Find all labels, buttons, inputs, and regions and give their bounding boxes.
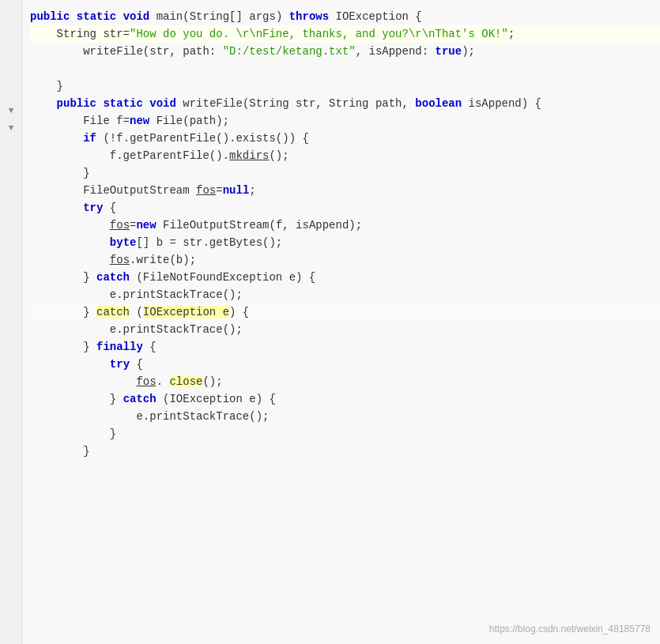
code-line-8: if (!f.getParentFile().exists()) {: [30, 130, 660, 147]
code-line-13: fos=new FileOutputStream(f, isAppend);: [30, 217, 660, 234]
code-line-5: }: [30, 77, 660, 95]
code-line-20: } finally {: [30, 338, 660, 356]
code-line-4: [30, 60, 660, 77]
code-line-18: } catch (IOException e) {: [30, 303, 660, 321]
code-line-2: String str="How do you do. \r\nFine, tha…: [30, 25, 660, 43]
code-line-3: writeFile(str, path: "D:/test/ketang.txt…: [30, 43, 660, 60]
code-line-10: }: [30, 164, 660, 182]
code-line-9: f.getParentFile().mkdirs();: [30, 147, 660, 164]
code-line-26: }: [30, 443, 660, 460]
code-line-21: try {: [30, 356, 660, 373]
code-line-6: public static void writeFile(String str,…: [30, 95, 660, 112]
code-line-23: } catch (IOException e) {: [30, 390, 660, 408]
watermark: https://blog.csdn.net/weixin_48185778: [489, 623, 651, 635]
code-line-1: public static void main(String[] args) t…: [30, 8, 660, 25]
code-line-24: e.printStackTrace();: [30, 408, 660, 425]
code-line-16: } catch (FileNotFoundException e) {: [30, 269, 660, 286]
code-line-22: fos. close();: [30, 373, 660, 390]
code-line-15: fos.write(b);: [30, 251, 660, 269]
collapse-icon-2[interactable]: ▼: [3, 120, 19, 136]
gutter: ▼ ▼: [0, 0, 22, 644]
code-line-7: File f=new File(path);: [30, 112, 660, 130]
code-line-14: byte[] b = str.getBytes();: [30, 234, 660, 251]
code-line-17: e.printStackTrace();: [30, 286, 660, 303]
code-line-12: try {: [30, 199, 660, 217]
code-container: ▼ ▼ public static void main(String[] arg…: [0, 0, 660, 644]
code-lines: public static void main(String[] args) t…: [22, 8, 660, 460]
code-line-19: e.printStackTrace();: [30, 321, 660, 338]
collapse-icon-1[interactable]: ▼: [3, 103, 19, 119]
code-line-25: }: [30, 425, 660, 443]
code-line-11: FileOutputStream fos=null;: [30, 182, 660, 199]
